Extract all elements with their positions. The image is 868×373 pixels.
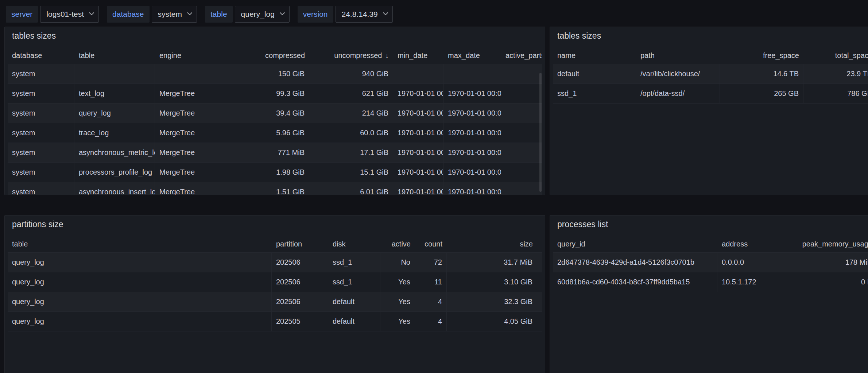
table-cell: Yes — [380, 292, 415, 311]
variable-version-dropdown[interactable]: 24.8.14.39 — [336, 6, 393, 23]
panel-title[interactable]: partitions size — [8, 218, 542, 231]
table-cell: 5.96 GiB — [237, 123, 309, 143]
variable-database-value: system — [158, 10, 182, 19]
column-header-uncompressed[interactable]: uncompressed↓ — [309, 47, 393, 64]
column-header-peak_memory_usage[interactable]: peak_memory_usage — [793, 236, 868, 252]
column-header-count[interactable]: count — [415, 236, 447, 252]
table-cell: 1970-01-01 00:00:00 — [393, 163, 443, 182]
table-cell: asynchronous_insert_log — [74, 182, 155, 195]
table-cell: 1970-01-01 00:00:00 — [443, 123, 501, 143]
column-header-max_date[interactable]: max_date — [443, 47, 501, 64]
table-cell: system — [8, 123, 74, 143]
table-cell: 1970-01-01 00:00:00 — [443, 182, 501, 195]
table-cell: 11 — [415, 272, 447, 292]
table-cell: 60d81b6a-cd60-4034-b8cf-37ff9dd5ba15 — [553, 272, 717, 292]
column-header-active_parts[interactable]: active_parts — [501, 47, 542, 64]
column-header-size[interactable]: size — [447, 236, 537, 252]
table-cell: MergeTree — [155, 123, 237, 143]
column-header-disk[interactable]: disk — [328, 236, 380, 252]
disks-table: namepathfree_spacetotal_spacedefault/var… — [553, 47, 868, 104]
table-cell: 202506 — [272, 292, 328, 311]
table-cell: ssd_1 — [328, 272, 380, 292]
vertical-scrollbar[interactable] — [539, 73, 542, 192]
variable-database-label: database — [107, 6, 149, 23]
table-cell: MergeTree — [155, 182, 237, 195]
table-cell: 786 GB — [803, 84, 868, 103]
column-header-compressed[interactable]: compressed — [237, 47, 309, 64]
table-cell: 1970-01-01 00:00:00 — [393, 123, 443, 143]
variable-server-value: logs01-test — [46, 10, 84, 19]
table-cell — [155, 64, 237, 83]
table-cell: 1970-01-01 00:00:00 — [393, 143, 443, 162]
table-row: systemasynchronous_insert_logMergeTree1.… — [8, 182, 542, 195]
table-cell: 4.05 GiB — [447, 312, 537, 331]
variable-database: databasesystem — [107, 6, 197, 23]
table-cell: system — [8, 182, 74, 195]
column-header-database[interactable]: database — [8, 47, 74, 64]
table-cell: 6.01 GiB — [309, 182, 393, 195]
chevron-down-icon — [383, 10, 388, 15]
column-header-engine[interactable]: engine — [155, 47, 237, 64]
panel-tables-sizes: tables sizes databasetableenginecompress… — [4, 27, 545, 195]
table-cell: 771 MiB — [237, 143, 309, 162]
variable-database-dropdown[interactable]: system — [152, 6, 197, 23]
variable-table: tablequery_log — [205, 6, 290, 23]
column-header-total_space[interactable]: total_space — [803, 47, 868, 64]
table-cell: 1970-01-01 00:00:00 — [393, 182, 443, 195]
chevron-down-icon — [89, 10, 94, 15]
column-header-active[interactable]: active — [380, 236, 415, 252]
column-header-address[interactable]: address — [717, 236, 793, 252]
table-cell: 202506 — [272, 272, 328, 292]
table-cell: MergeTree — [155, 84, 237, 103]
table-cell — [501, 104, 542, 123]
table-cell: 4 — [415, 292, 447, 311]
table-cell — [443, 64, 501, 83]
variable-table-dropdown[interactable]: query_log — [235, 6, 290, 23]
tables-sizes-table: databasetableenginecompresseduncompresse… — [8, 47, 542, 195]
table-cell: 1970-01-01 00:00:00 — [443, 104, 501, 123]
panel-title[interactable]: processes list — [553, 218, 868, 231]
variable-version-value: 24.8.14.39 — [342, 10, 378, 19]
table-cell: 1970-01-01 00:00:00 — [393, 104, 443, 123]
table-cell — [501, 84, 542, 103]
variable-version: version24.8.14.39 — [298, 6, 393, 23]
column-header-name[interactable]: name — [553, 47, 636, 64]
table-cell: system — [8, 143, 74, 162]
table-cell: 265 GB — [720, 84, 803, 103]
table-cell: asynchronous_metric_log — [74, 143, 155, 162]
table-cell: query_log — [74, 104, 155, 123]
column-header-query_id[interactable]: query_id — [553, 236, 717, 252]
column-header-table[interactable]: table — [8, 236, 272, 252]
table-cell: 150 GiB — [237, 64, 309, 83]
table-cell: MergeTree — [155, 143, 237, 162]
table-cell: 4 — [415, 312, 447, 331]
table-header-row: databasetableenginecompresseduncompresse… — [8, 47, 542, 64]
table-header-row: tablepartitiondiskactivecountsize — [8, 236, 542, 253]
table-cell — [74, 64, 155, 83]
panel-title[interactable]: tables sizes — [553, 29, 868, 42]
table-cell: 3.10 GiB — [447, 272, 537, 292]
table-cell: 1970-01-01 00:00:00 — [443, 84, 501, 103]
column-header-min_date[interactable]: min_date — [393, 47, 443, 64]
variable-server: serverlogs01-test — [6, 6, 99, 23]
table-cell: default — [553, 64, 636, 83]
sort-desc-icon: ↓ — [385, 52, 389, 59]
table-row: systemquery_logMergeTree39.4 GiB214 GiB1… — [8, 104, 542, 123]
column-header-free_space[interactable]: free_space — [720, 47, 803, 64]
table-cell: 940 GiB — [309, 64, 393, 83]
table-cell: ssd_1 — [328, 253, 380, 272]
table-cell: 202505 — [272, 312, 328, 331]
table-row: systemprocessors_profile_logMergeTree1.9… — [8, 163, 542, 182]
column-header-table[interactable]: table — [74, 47, 155, 64]
table-cell: 621 GiB — [309, 84, 393, 103]
column-header-partition[interactable]: partition — [272, 236, 328, 252]
column-header-path[interactable]: path — [636, 47, 720, 64]
table-cell: query_log — [8, 253, 272, 272]
variable-server-dropdown[interactable]: logs01-test — [40, 6, 99, 23]
variable-server-label: server — [6, 6, 38, 23]
table-cell: 60.0 GiB — [309, 123, 393, 143]
table-row: 60d81b6a-cd60-4034-b8cf-37ff9dd5ba1510.5… — [553, 272, 868, 292]
panel-title[interactable]: tables sizes — [8, 29, 542, 42]
table-cell: 214 GiB — [309, 104, 393, 123]
table-cell: query_log — [8, 312, 272, 331]
